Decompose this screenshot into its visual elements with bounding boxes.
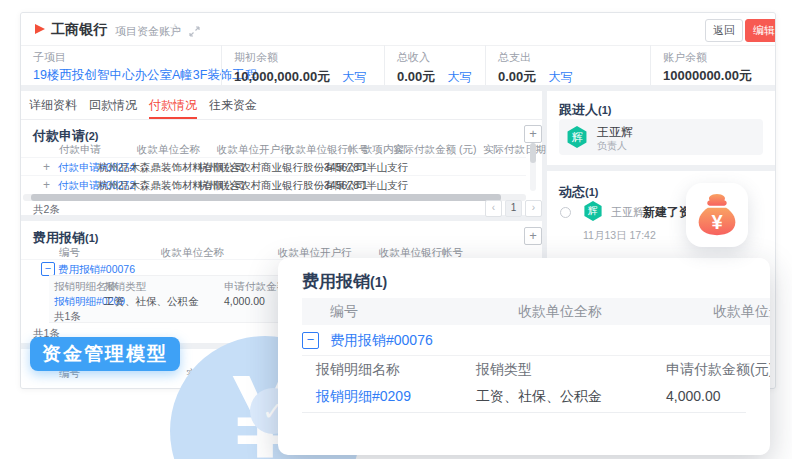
- page-title: 工商银行: [51, 21, 107, 39]
- expenses-count: (1): [85, 232, 98, 244]
- follower-role: 负责人: [597, 139, 627, 153]
- col-header: 实际付款金额 (元): [393, 143, 476, 157]
- payments-panel: 详细资料 回款情况 付款情况 往来资金 付款申请(2) + 付款申请 收款单位全…: [21, 91, 542, 215]
- tab-bar: 详细资料 回款情况 付款情况 往来资金: [21, 91, 542, 120]
- col-header: 实际付款日期: [483, 143, 546, 157]
- expenses-section-title: 费用报销(1): [33, 229, 98, 247]
- caps-link[interactable]: 大写: [549, 70, 573, 84]
- summary-field-total-expense: 总支出 0.00元 大写: [485, 45, 650, 85]
- bank-flag-icon: [35, 24, 45, 34]
- field-value: 0.00元: [397, 69, 435, 84]
- followers-panel: 跟进人(1) 辉 王亚辉 负责人: [547, 91, 775, 165]
- subproject-link[interactable]: 19楼西投创智中心办公室A幢3F装饰工程: [33, 67, 221, 84]
- star-icon[interactable]: ☆: [169, 21, 181, 36]
- expand-row-icon[interactable]: +: [43, 160, 50, 174]
- followers-title-text: 跟进人: [559, 102, 598, 117]
- field-value: 10,000,000.00元: [234, 69, 330, 84]
- expenses-title-text: 费用报销: [33, 230, 85, 245]
- activity-time: 11月13日 17:42: [583, 229, 656, 243]
- table-vscrollbar-thumb[interactable]: [530, 143, 536, 163]
- col-header: 付款申请: [59, 143, 101, 157]
- payments-title-text: 付款申请: [33, 128, 85, 143]
- summary-field-total-income: 总收入 0.00元 大写: [384, 45, 485, 85]
- header-panel: 工商银行 项目资金账户 ☆ 返回 编辑 子项目 19楼西投创智中心办公室A幢3F…: [21, 13, 775, 85]
- col-header: 编号: [59, 246, 80, 260]
- moneybag-app-icon: ¥: [686, 183, 748, 247]
- screenshot-root: { "app": { "title": "工商银行", "subtitle": …: [0, 0, 792, 459]
- payment-account: 345678: [324, 161, 359, 173]
- field-value: 10000000.00元: [663, 67, 775, 85]
- popup-detail-col-header: 报销明细名称: [316, 361, 400, 379]
- pagination-next-button[interactable]: ›: [525, 200, 542, 217]
- payment-row[interactable]: + 付款申请#00274 杭州品木森鼎装饰材料有限公司 杭州联合农村商业银行股份…: [21, 157, 526, 176]
- payment-content: 1: [362, 161, 368, 173]
- payment-account: 345678: [324, 179, 359, 191]
- activity-title-text: 动态: [559, 184, 585, 199]
- popup-title-count: (1): [370, 274, 387, 290]
- popup-detail-type: 工资、社保、公积金: [476, 388, 602, 406]
- tab-details[interactable]: 详细资料: [29, 97, 81, 114]
- followers-count: (1): [598, 104, 611, 116]
- pagination-prev-button[interactable]: ‹: [485, 200, 502, 217]
- follower-avatar: 辉: [566, 126, 588, 148]
- popup-collapse-icon[interactable]: −: [302, 332, 319, 349]
- payments-count: (2): [85, 130, 98, 142]
- title-row: 工商银行 项目资金账户 ☆ 返回 编辑: [21, 13, 775, 46]
- edit-button[interactable]: 编辑: [745, 19, 776, 42]
- expand-icon[interactable]: [189, 23, 200, 41]
- add-payment-button[interactable]: +: [524, 125, 542, 143]
- popup-expense-id-link[interactable]: 费用报销#00076: [330, 332, 433, 350]
- tab-payments[interactable]: 付款情况: [149, 97, 201, 114]
- popup-detail-col-header: 申请付款金额(元): [666, 361, 770, 379]
- payment-bank: 杭州联合农村商业银行股份有限公司半山支行: [198, 179, 408, 193]
- col-header: 收款单位银行帐号: [285, 143, 369, 157]
- followers-title: 跟进人(1): [559, 101, 611, 119]
- tab-funds[interactable]: 往来资金: [209, 97, 261, 114]
- svg-text:¥: ¥: [711, 211, 723, 233]
- activity-avatar: 辉: [583, 201, 603, 221]
- popup-title-text: 费用报销: [302, 272, 370, 291]
- expand-row-icon[interactable]: +: [43, 178, 50, 192]
- caps-link[interactable]: 大写: [448, 70, 472, 84]
- activity-count: (1): [585, 186, 598, 198]
- col-header: 收款单位开户行: [217, 143, 291, 157]
- follower-card[interactable]: 辉 王亚辉 负责人: [559, 119, 763, 155]
- payment-row[interactable]: + 付款申请#00272 杭州品木森鼎装饰材料有限公司 杭州联合农村商业银行股份…: [21, 175, 526, 194]
- popup-col-header: 收款单位开户行: [713, 303, 770, 321]
- detail-col-header: 报销类型: [104, 280, 146, 294]
- popup-detail-row[interactable]: 报销明细#0209 工资、社保、公积金 4,000.00: [302, 380, 746, 413]
- moneybag-icon: ¥: [695, 192, 739, 238]
- popup-expense-row[interactable]: − 费用报销#00076: [302, 325, 770, 356]
- caps-link[interactable]: 大写: [343, 70, 367, 84]
- payment-bank: 杭州联合农村商业银行股份有限公司半山支行: [198, 161, 408, 175]
- summary-field-subproject: 子项目 19楼西投创智中心办公室A幢3F装饰工程: [21, 45, 221, 85]
- add-expense-button[interactable]: +: [524, 227, 542, 245]
- detail-amount: 4,000.00: [224, 295, 265, 307]
- detail-total: 共1条: [54, 310, 81, 324]
- payments-total: 共2条: [33, 203, 60, 217]
- back-button[interactable]: 返回: [705, 19, 743, 42]
- activity-title: 动态(1): [559, 183, 598, 201]
- active-tab-underline: [149, 117, 197, 119]
- popup-title: 费用报销(1): [302, 270, 387, 293]
- field-label: 账户余额: [663, 50, 775, 65]
- detail-type: 工资、社保、公积金: [104, 295, 199, 309]
- col-header: 收款单位全称: [161, 246, 224, 260]
- field-label: 总收入: [397, 50, 485, 65]
- field-label: 子项目: [33, 50, 221, 65]
- popup-detail-amount: 4,000.00: [666, 388, 721, 404]
- summary-field-account-balance: 账户余额 10000000.00元: [650, 45, 775, 85]
- activity-user: 王亚辉: [611, 205, 644, 220]
- field-label: 期初余额: [234, 50, 384, 65]
- summary-row: 子项目 19楼西投创智中心办公室A幢3F装饰工程 期初余额 10,000,000…: [21, 45, 775, 85]
- collapse-row-icon[interactable]: −: [41, 262, 55, 276]
- field-label: 总支出: [498, 50, 650, 65]
- tab-receipts[interactable]: 回款情况: [89, 97, 141, 114]
- popup-detail-id-link[interactable]: 报销明细#0209: [316, 388, 411, 406]
- popup-col-header: 编号: [330, 303, 358, 321]
- popup-col-header: 收款单位全称: [518, 303, 602, 321]
- clock-icon: [560, 207, 571, 218]
- expense-zoom-popup: 费用报销(1) 编号 收款单位全称 收款单位开户行 − 费用报销#00076 报…: [278, 258, 770, 455]
- pagination-current-page[interactable]: 1: [505, 200, 522, 217]
- table-hscrollbar-thumb[interactable]: [31, 194, 501, 201]
